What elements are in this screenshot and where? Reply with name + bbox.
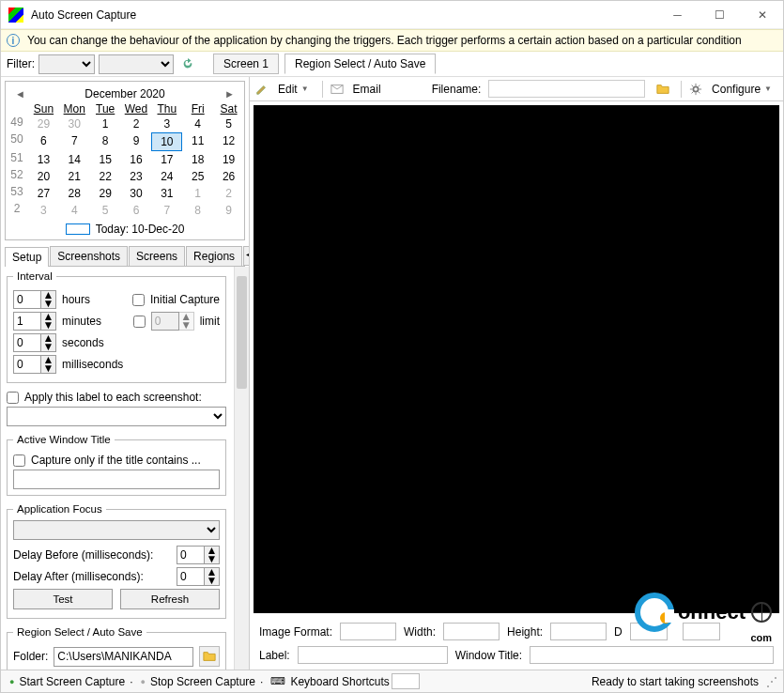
ms-input[interactable] (13, 355, 41, 374)
calendar-day[interactable]: 8 (182, 202, 213, 219)
minutes-input[interactable] (13, 312, 41, 331)
browse-folder-icon[interactable] (199, 646, 220, 667)
seconds-stepper[interactable]: ▲▼ (41, 333, 56, 352)
resize-grip-icon[interactable]: ⋰ (766, 675, 777, 688)
calendar-week-num: 51 (6, 151, 28, 168)
refresh-button[interactable]: Refresh (120, 589, 220, 609)
minimize-button[interactable]: ─ (656, 1, 699, 29)
calendar-day[interactable]: 29 (90, 185, 121, 202)
calendar-day[interactable]: 30 (121, 185, 152, 202)
calendar-day[interactable]: 18 (182, 151, 213, 168)
limit-checkbox[interactable] (133, 316, 146, 328)
tab-screen-1[interactable]: Screen 1 (213, 54, 279, 74)
delay-before-stepper[interactable]: ▲▼ (205, 546, 220, 564)
hours-stepper[interactable]: ▲▼ (41, 290, 56, 309)
calendar-day[interactable]: 15 (90, 151, 121, 168)
status-input[interactable] (392, 673, 420, 689)
calendar-day[interactable]: 7 (151, 202, 182, 219)
calendar-day[interactable]: 6 (28, 132, 59, 151)
calendar-day[interactable]: 27 (28, 185, 59, 202)
minutes-stepper[interactable]: ▲▼ (41, 312, 56, 331)
appfocus-combo[interactable] (13, 520, 220, 540)
keyboard-shortcuts-button[interactable]: Keyboard Shortcuts (290, 675, 389, 688)
start-capture-button[interactable]: Start Screen Capture (19, 675, 125, 688)
calendar-day[interactable]: 23 (121, 168, 152, 185)
calendar-day[interactable]: 29 (28, 116, 59, 132)
calendar-day[interactable]: 6 (121, 202, 152, 219)
calendar-day[interactable]: 3 (151, 116, 182, 132)
calendar-day[interactable]: 9 (213, 202, 244, 219)
title-contains-input[interactable] (13, 470, 220, 489)
subtab-scroll-left[interactable]: ◄ (243, 246, 250, 266)
calendar-day[interactable]: 11 (182, 132, 213, 151)
subtab-screenshots[interactable]: Screenshots (50, 246, 128, 266)
left-scrollbar[interactable] (234, 267, 249, 670)
close-button[interactable]: ✕ (741, 1, 783, 29)
calendar-next-icon[interactable]: ► (221, 88, 238, 100)
refresh-icon[interactable] (177, 54, 198, 74)
calendar-today-label[interactable]: Today: 10-Dec-20 (96, 223, 185, 236)
calendar-today-box[interactable] (66, 223, 90, 235)
calendar-day[interactable]: 10 (151, 132, 182, 151)
calendar-day[interactable]: 31 (151, 185, 182, 202)
tab-region-select[interactable]: Region Select / Auto Save (284, 54, 436, 74)
calendar-day[interactable]: 1 (90, 116, 121, 132)
status-ready-label: Ready to start taking screenshots (592, 675, 759, 688)
calendar-day[interactable]: 25 (182, 168, 213, 185)
maximize-button[interactable]: ☐ (699, 1, 741, 29)
filename-input[interactable] (488, 80, 645, 98)
calendar-day[interactable]: 28 (59, 185, 90, 202)
subtab-regions[interactable]: Regions (186, 246, 242, 266)
configure-button[interactable]: Configure▼ (706, 81, 777, 98)
calendar-day[interactable]: 2 (121, 116, 152, 132)
calendar-day[interactable]: 4 (59, 202, 90, 219)
filter-value-combo[interactable] (99, 54, 174, 74)
calendar-month[interactable]: December 2020 (29, 87, 221, 100)
label-combo[interactable] (7, 407, 226, 426)
seconds-input[interactable] (13, 333, 41, 352)
apply-label-checkbox[interactable] (7, 392, 19, 404)
calendar[interactable]: ◄ December 2020 ► SunMonTueWedThuFriSat4… (5, 81, 245, 240)
hours-input[interactable] (13, 290, 41, 309)
calendar-day[interactable]: 9 (121, 132, 152, 151)
delay-before-input[interactable] (177, 546, 205, 564)
calendar-day[interactable]: 19 (213, 151, 244, 168)
calendar-day[interactable]: 24 (151, 168, 182, 185)
subtab-setup[interactable]: Setup (5, 247, 49, 267)
filter-type-combo[interactable] (38, 54, 95, 74)
calendar-day[interactable]: 12 (213, 132, 244, 151)
edit-button[interactable]: Edit▼ (272, 81, 315, 98)
calendar-prev-icon[interactable]: ◄ (11, 88, 29, 100)
calendar-day[interactable]: 21 (59, 168, 90, 185)
ms-stepper[interactable]: ▲▼ (41, 355, 56, 374)
calendar-dow: Thu (151, 102, 182, 116)
calendar-day[interactable]: 30 (59, 116, 90, 132)
calendar-day[interactable]: 1 (182, 185, 213, 202)
calendar-day[interactable]: 22 (90, 168, 121, 185)
test-button[interactable]: Test (13, 589, 113, 609)
delay-after-stepper[interactable]: ▲▼ (205, 567, 220, 586)
calendar-day[interactable]: 4 (182, 116, 213, 132)
calendar-day[interactable]: 7 (59, 132, 90, 151)
calendar-day[interactable]: 26 (213, 168, 244, 185)
initial-capture-checkbox[interactable] (132, 294, 145, 306)
calendar-day[interactable]: 3 (28, 202, 59, 219)
keyboard-icon: ⌨ (270, 675, 285, 687)
subtab-screens[interactable]: Screens (129, 246, 185, 266)
open-folder-icon[interactable] (653, 79, 673, 100)
stop-capture-button[interactable]: Stop Screen Capture (150, 675, 255, 688)
delay-after-input[interactable] (177, 567, 205, 586)
calendar-day[interactable]: 17 (151, 151, 182, 168)
calendar-day[interactable]: 14 (59, 151, 90, 168)
email-button[interactable]: Email (347, 81, 387, 98)
title-contains-checkbox[interactable] (13, 454, 25, 467)
calendar-day[interactable]: 20 (28, 168, 59, 185)
folder-input[interactable] (54, 647, 193, 667)
calendar-day[interactable]: 2 (213, 185, 244, 202)
calendar-day[interactable]: 8 (90, 132, 121, 151)
label-field (298, 646, 448, 664)
calendar-day[interactable]: 13 (28, 151, 59, 168)
calendar-day[interactable]: 16 (121, 151, 152, 168)
calendar-day[interactable]: 5 (213, 116, 244, 132)
calendar-day[interactable]: 5 (90, 202, 121, 219)
